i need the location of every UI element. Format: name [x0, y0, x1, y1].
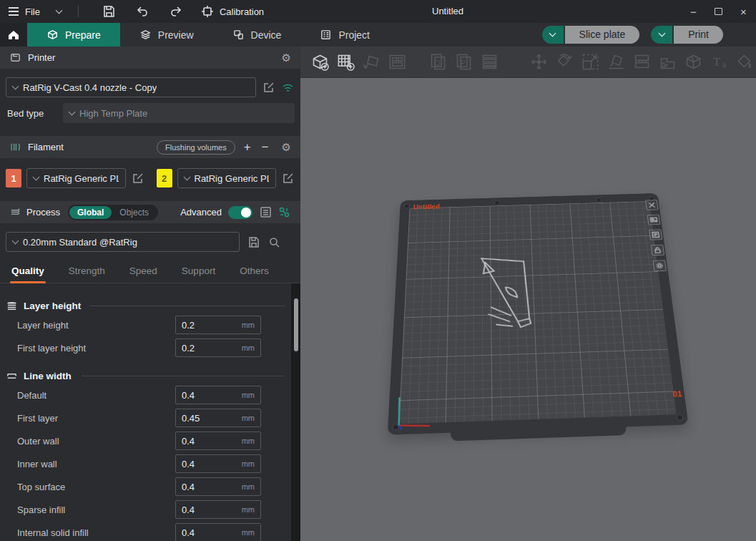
auto-orient-icon[interactable]	[362, 52, 381, 72]
close-button[interactable]: ×	[731, 0, 756, 23]
advanced-toggle[interactable]	[228, 206, 252, 219]
remove-filament-button[interactable]: −	[260, 141, 271, 153]
tab-device[interactable]: Device	[213, 23, 301, 47]
rotate-icon[interactable]	[555, 52, 574, 72]
filament-2-value: RatRig Generic PLA	[195, 173, 270, 184]
rename-plate-icon[interactable]	[649, 229, 662, 240]
slice-plate-button[interactable]: Slice plate	[565, 26, 640, 44]
split-to-parts-icon[interactable]: P	[454, 52, 473, 72]
model-rat-head-outline[interactable]	[472, 248, 538, 346]
tab-quality[interactable]: Quality	[10, 262, 46, 283]
inner-wall-line-width-input[interactable]	[176, 459, 242, 469]
printer-preset-value: RatRig V-Cast 0.4 nozzle - Copy	[23, 82, 157, 93]
first-layer-line-width-input[interactable]	[176, 413, 242, 424]
process-preset-select[interactable]: 0.20mm Standard @RatRig	[6, 232, 240, 252]
redo-icon[interactable]	[169, 4, 183, 19]
mesh-boolean-icon[interactable]	[658, 52, 677, 72]
slice-options-button[interactable]	[542, 26, 564, 44]
setting-label: Layer height	[17, 320, 175, 331]
tab-others[interactable]: Others	[238, 262, 270, 283]
build-plate[interactable]: Untitled 01	[388, 193, 689, 435]
first-layer-height-input[interactable]	[176, 343, 242, 354]
scale-icon[interactable]	[581, 52, 600, 72]
filament-icon	[9, 141, 21, 153]
delete-plate-icon[interactable]	[645, 200, 659, 210]
default-line-width-input[interactable]	[176, 390, 242, 401]
filament-2-select[interactable]: RatRig Generic PLA	[177, 168, 277, 188]
plate-settings-gear-icon[interactable]	[653, 260, 667, 271]
chevron-down-icon	[12, 237, 19, 244]
home-icon	[7, 29, 20, 42]
plate-name-label[interactable]: Untitled	[413, 203, 440, 210]
menu-icon[interactable]	[9, 7, 19, 16]
layer-height-input[interactable]	[176, 320, 242, 331]
flushing-volumes-button[interactable]: Flushing volumes	[157, 140, 235, 155]
tab-speed[interactable]: Speed	[128, 262, 159, 283]
home-button[interactable]	[0, 23, 27, 47]
3d-canvas[interactable]: Untitled 01	[300, 78, 756, 541]
internal-solid-infill-line-width-field: mm	[175, 523, 261, 541]
tab-preview[interactable]: Preview	[120, 23, 213, 47]
setting-row: Sparse infill mm	[0, 498, 300, 521]
add-model-icon[interactable]	[310, 52, 330, 72]
tab-strength[interactable]: Strength	[67, 262, 107, 283]
print-button[interactable]: Print	[674, 26, 723, 44]
top-surface-line-width-input[interactable]	[176, 482, 242, 492]
fix-model-icon[interactable]	[684, 52, 703, 72]
tab-prepare[interactable]: Prepare	[27, 23, 120, 47]
cut-icon[interactable]	[632, 52, 652, 72]
bed-type-select[interactable]: High Temp Plate	[63, 103, 295, 123]
filament-1-badge[interactable]: 1	[6, 169, 21, 187]
minimize-button[interactable]: −	[681, 0, 706, 23]
arrange-icon[interactable]	[388, 52, 407, 72]
printer-settings-gear-icon[interactable]: ⚙	[282, 52, 291, 63]
group-title: Layer height	[24, 301, 81, 311]
tab-project[interactable]: Project	[300, 23, 389, 47]
wifi-icon[interactable]	[281, 81, 295, 94]
print-options-button[interactable]	[651, 26, 672, 44]
prepare-icon	[46, 29, 59, 41]
sparse-infill-line-width-input[interactable]	[176, 505, 242, 515]
calibration-label: Calibration	[220, 6, 264, 17]
scrollbar-thumb[interactable]	[294, 298, 298, 351]
edit-printer-icon[interactable]	[262, 81, 275, 94]
save-icon[interactable]	[102, 4, 116, 19]
text-tool-icon[interactable]: Ta	[710, 52, 729, 72]
edit-filament-2-icon[interactable]	[281, 172, 295, 185]
scope-global-button[interactable]: Global	[69, 206, 112, 219]
variable-layer-height-icon[interactable]	[480, 52, 499, 72]
calibration-button[interactable]: Calibration	[200, 4, 264, 19]
setting-label: Outer wall	[17, 436, 175, 447]
setting-row: Outer wall mm	[0, 429, 300, 452]
maximize-button[interactable]	[706, 0, 731, 23]
printer-icon	[9, 52, 21, 64]
filament-2-badge[interactable]: 2	[157, 169, 172, 187]
setting-row: First layer height mm	[0, 336, 300, 359]
outer-wall-line-width-input[interactable]	[176, 436, 242, 447]
internal-solid-infill-line-width-input[interactable]	[176, 527, 242, 538]
filament-1-select[interactable]: RatRig Generic PLA	[26, 168, 126, 188]
split-to-objects-icon[interactable]: O	[428, 52, 448, 72]
compare-presets-icon[interactable]	[278, 205, 291, 219]
printer-preset-select[interactable]: RatRig V-Cast 0.4 nozzle - Copy	[6, 77, 256, 97]
scope-objects-button[interactable]: Objects	[112, 206, 157, 219]
tab-support[interactable]: Support	[180, 262, 217, 283]
move-icon[interactable]	[529, 52, 549, 72]
add-filament-button[interactable]: +	[242, 141, 253, 153]
file-menu[interactable]: File	[25, 6, 40, 17]
file-chevron-down-icon[interactable]	[56, 6, 63, 14]
undo-icon[interactable]	[135, 4, 149, 19]
setting-label: Internal solid infill	[17, 527, 175, 538]
tab-device-label: Device	[251, 29, 282, 41]
paint-icon[interactable]	[735, 52, 755, 72]
plate-preview-icon[interactable]	[647, 215, 661, 225]
lock-plate-icon[interactable]	[651, 245, 664, 256]
parameter-list-icon[interactable]	[259, 205, 273, 219]
search-icon[interactable]	[267, 235, 281, 249]
edit-filament-1-icon[interactable]	[131, 172, 144, 185]
filament-settings-gear-icon[interactable]: ⚙	[282, 142, 291, 152]
add-plate-icon[interactable]	[336, 52, 355, 72]
tab-project-label: Project	[338, 29, 370, 41]
save-preset-icon[interactable]	[247, 235, 260, 249]
lay-on-face-icon[interactable]	[607, 52, 626, 72]
